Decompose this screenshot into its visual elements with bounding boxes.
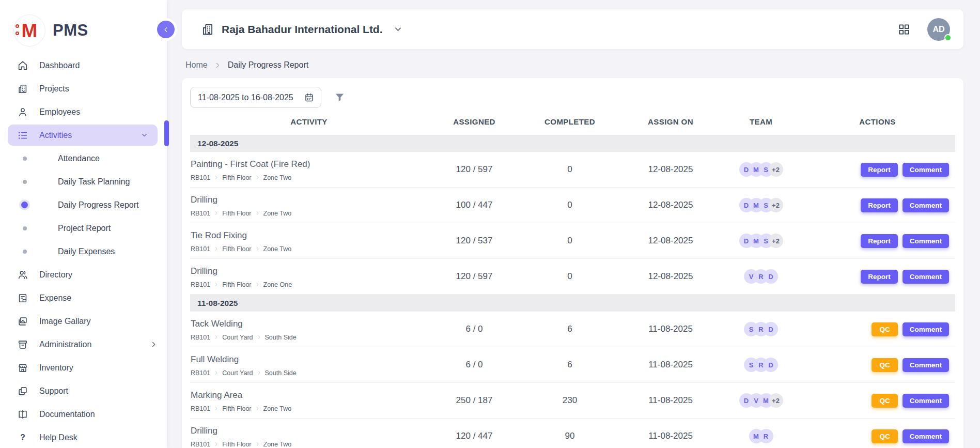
apps-grid-icon[interactable] xyxy=(897,23,911,36)
team-member-avatar: D xyxy=(764,322,778,336)
sidebar-item-projects[interactable]: Projects xyxy=(0,77,167,100)
report-button[interactable]: Report xyxy=(861,198,898,212)
sidebar-item-label: Activities xyxy=(39,131,72,140)
qc-button[interactable]: QC xyxy=(872,429,897,443)
assign-on-date: 12-08-2025 xyxy=(619,236,722,246)
completed-value: 0 xyxy=(521,236,619,246)
path-segment: Fifth Floor xyxy=(222,245,251,253)
breadcrumb-home-link[interactable]: Home xyxy=(185,60,208,70)
user-avatar[interactable]: AD xyxy=(927,18,950,41)
sidebar-item-dashboard[interactable]: Dashboard xyxy=(0,54,167,77)
row-actions: ReportComment xyxy=(800,198,955,212)
activity-name: Tie Rod Fixing xyxy=(191,230,423,241)
sidebar-subitem-attendance[interactable]: Attendance xyxy=(0,147,167,170)
path-segment: RB101 xyxy=(191,334,210,341)
chevron-right-icon xyxy=(214,406,219,411)
path-segment: Fifth Floor xyxy=(222,210,251,217)
logo-mark-icon: M xyxy=(13,14,45,47)
comment-button[interactable]: Comment xyxy=(903,322,949,336)
sidebar-item-directory[interactable]: Directory xyxy=(0,263,167,286)
active-section-indicator xyxy=(164,120,169,146)
date-range-input[interactable]: 11-08-2025 to 16-08-2025 xyxy=(190,87,321,108)
breadcrumb: Home Daily Progress Report xyxy=(185,60,963,70)
sidebar-subitem-daily-expenses[interactable]: Daily Expenses xyxy=(0,240,167,263)
building-icon xyxy=(17,83,28,95)
chevron-right-icon xyxy=(214,335,219,339)
column-header-team: TEAM xyxy=(722,117,800,126)
chevron-right-icon xyxy=(214,211,219,215)
activity-location-path: RB101Fifth FloorZone Two xyxy=(191,174,423,181)
sidebar-item-expense[interactable]: Expense xyxy=(0,286,167,310)
sidebar-item-documentation[interactable]: Documentation xyxy=(0,403,167,426)
chevron-right-icon xyxy=(255,282,260,287)
assigned-value: 6 / 0 xyxy=(428,360,521,370)
sidebar-subitem-daily-task-planning[interactable]: Daily Task Planning xyxy=(0,170,167,193)
sidebar-item-image-gallary[interactable]: Image Gallary xyxy=(0,310,167,333)
date-group-header: 12-08-2025 xyxy=(190,135,955,152)
qc-button[interactable]: QC xyxy=(872,322,897,336)
bullet-dot-icon xyxy=(23,250,27,254)
sidebar-item-activities[interactable]: Activities xyxy=(8,125,158,146)
sidebar-item-label: Employees xyxy=(39,107,80,117)
completed-value: 0 xyxy=(521,200,619,210)
comment-button[interactable]: Comment xyxy=(903,270,949,284)
chevron-right-icon xyxy=(257,370,261,375)
company-selector[interactable]: Raja Bahadur International Ltd. xyxy=(201,23,403,36)
comment-button[interactable]: Comment xyxy=(903,429,949,443)
sidebar-item-administration[interactable]: Administration xyxy=(0,333,167,356)
row-actions: QCComment xyxy=(800,358,955,372)
report-button[interactable]: Report xyxy=(861,270,898,284)
comment-button[interactable]: Comment xyxy=(903,198,949,212)
breadcrumb-current-page: Daily Progress Report xyxy=(228,60,309,70)
qc-button[interactable]: QC xyxy=(872,358,897,372)
sidebar-collapse-button[interactable] xyxy=(157,21,175,38)
gallery-icon xyxy=(17,316,28,327)
sidebar-item-support[interactable]: Support xyxy=(0,379,167,403)
sidebar-item-help-desk[interactable]: ?Help Desk xyxy=(0,426,167,448)
path-segment: Court Yard xyxy=(222,334,253,341)
activity-location-path: RB101Fifth FloorZone Two xyxy=(191,441,423,448)
sidebar-subitem-daily-progress-report[interactable]: Daily Progress Report xyxy=(0,193,167,217)
path-segment: Court Yard xyxy=(222,369,253,377)
assign-on-date: 12-08-2025 xyxy=(619,200,722,210)
activity-location-path: RB101Fifth FloorZone One xyxy=(191,281,423,288)
filter-funnel-icon[interactable] xyxy=(334,91,346,103)
sidebar-item-inventory[interactable]: Inventory xyxy=(0,356,167,379)
completed-value: 230 xyxy=(521,395,619,406)
sidebar-item-label: Image Gallary xyxy=(39,317,91,326)
path-segment: RB101 xyxy=(191,369,210,377)
team-avatars: DMS+2 xyxy=(722,162,800,177)
table-row: Painting - First Coat (Fire Red)RB101Fif… xyxy=(190,152,955,188)
qc-button[interactable]: QC xyxy=(872,394,897,408)
path-segment: Zone Two xyxy=(263,245,292,253)
comment-button[interactable]: Comment xyxy=(903,358,949,372)
sidebar-subitem-project-report[interactable]: Project Report xyxy=(0,217,167,240)
chevron-right-icon xyxy=(255,175,260,180)
team-member-avatar: D xyxy=(764,358,778,372)
table-row: Tie Rod FixingRB101Fifth FloorZone Two12… xyxy=(190,223,955,259)
archive-icon xyxy=(17,339,28,350)
bullet-dot-icon xyxy=(23,180,27,184)
question-icon: ? xyxy=(17,432,28,443)
bullet-dot-icon xyxy=(23,226,27,230)
path-segment: Fifth Floor xyxy=(222,281,251,288)
comment-button[interactable]: Comment xyxy=(903,394,949,408)
chevron-right-icon xyxy=(214,442,219,446)
invoice-icon xyxy=(17,292,28,304)
sidebar-item-employees[interactable]: Employees xyxy=(0,100,167,123)
team-extra-count: +2 xyxy=(769,198,783,212)
report-button[interactable]: Report xyxy=(861,163,898,177)
assigned-value: 120 / 447 xyxy=(428,431,521,441)
chevron-right-icon xyxy=(255,442,260,446)
main-area: Raja Bahadur International Ltd. AD Home … xyxy=(167,0,980,448)
sidebar-item-label: Projects xyxy=(39,84,69,94)
activity-location-path: RB101Fifth FloorZone Two xyxy=(191,245,423,253)
sidebar-subitem-label: Project Report xyxy=(58,224,111,233)
chevron-down-icon xyxy=(141,131,148,139)
table-row: Tack WeldingRB101Court YardSouth Side6 /… xyxy=(190,312,955,347)
report-button[interactable]: Report xyxy=(861,234,898,248)
avatar-initials: AD xyxy=(932,25,944,34)
table-row: Marking AreaRB101Fifth FloorZone Two250 … xyxy=(190,383,955,419)
comment-button[interactable]: Comment xyxy=(903,234,949,248)
comment-button[interactable]: Comment xyxy=(903,163,949,177)
